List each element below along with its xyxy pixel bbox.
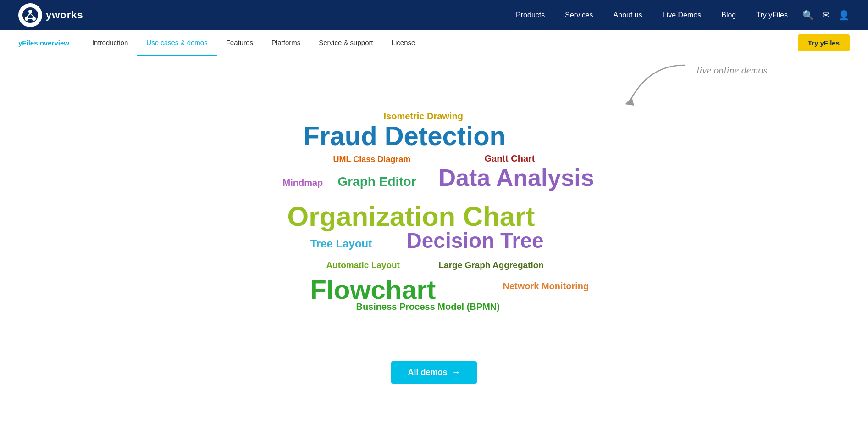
word-cloud-item[interactable]: Organization Chart (287, 201, 535, 232)
annotation-text: live online demos (697, 64, 767, 76)
nav-services[interactable]: Services (555, 0, 603, 30)
arrow-graphic (593, 61, 694, 111)
subnav-introduction[interactable]: Introduction (83, 30, 137, 56)
word-cloud-item[interactable]: Network Monitoring (503, 281, 589, 291)
logo-text: yworks (46, 9, 83, 21)
word-cloud-section: Isometric DrawingFraud DetectionUML Clas… (0, 111, 868, 352)
word-cloud-item[interactable]: Automatic Layout (326, 260, 400, 270)
word-cloud-item[interactable]: Flowchart (310, 274, 436, 305)
try-yfiles-button[interactable]: Try yFiles (798, 34, 850, 51)
nav-blog[interactable]: Blog (711, 0, 746, 30)
subnav-use-cases[interactable]: Use cases & demos (137, 30, 216, 56)
all-demos-button[interactable]: All demos → (391, 361, 476, 384)
subnav-features[interactable]: Features (217, 30, 262, 56)
yfiles-overview-link[interactable]: yFiles overview (18, 39, 69, 47)
nav-products[interactable]: Products (506, 0, 555, 30)
mail-icon[interactable]: ✉ (822, 10, 830, 21)
logo-icon (18, 3, 42, 27)
word-cloud-item[interactable]: Data Analysis (439, 164, 594, 191)
search-icon[interactable]: 🔍 (802, 10, 814, 21)
word-cloud-item[interactable]: Fraud Detection (304, 120, 506, 151)
word-cloud-item[interactable]: Tree Layout (310, 237, 372, 250)
user-icon[interactable]: 👤 (838, 10, 850, 21)
svg-point-1 (28, 10, 32, 13)
word-cloud-item[interactable]: Large Graph Aggregation (439, 260, 544, 270)
subnav-service-support[interactable]: Service & support (310, 30, 382, 56)
top-nav-links: Products Services About us Live Demos Bl… (506, 0, 798, 30)
word-cloud-item[interactable]: Gantt Chart (485, 153, 535, 164)
word-cloud-item[interactable]: Business Process Model (BPMN) (356, 302, 500, 312)
top-navigation: yworks Products Services About us Live D… (0, 0, 868, 30)
subnav-license[interactable]: License (382, 30, 425, 56)
nav-live-demos[interactable]: Live Demos (652, 0, 711, 30)
nav-about[interactable]: About us (603, 0, 652, 30)
all-demos-arrow: → (452, 368, 460, 377)
annotation-area: live online demos (0, 56, 868, 111)
top-nav-icons: 🔍 ✉ 👤 (802, 10, 850, 21)
word-cloud-item[interactable]: Decision Tree (407, 228, 544, 253)
nav-try-yfiles[interactable]: Try yFiles (746, 0, 798, 30)
subnav-platforms[interactable]: Platforms (262, 30, 310, 56)
word-cloud-item[interactable]: Graph Editor (338, 174, 416, 189)
word-cloud-item[interactable]: UML Class Diagram (333, 155, 411, 164)
word-cloud-container: Isometric DrawingFraud DetectionUML Clas… (228, 111, 641, 334)
word-cloud-item[interactable]: Mindmap (283, 178, 323, 188)
logo-area[interactable]: yworks (18, 3, 83, 27)
svg-marker-7 (625, 97, 634, 106)
bottom-area: All demos → (0, 352, 868, 402)
all-demos-label: All demos (408, 368, 447, 377)
sub-navigation: yFiles overview Introduction Use cases &… (0, 30, 868, 56)
sub-nav-links: Introduction Use cases & demos Features … (83, 30, 798, 56)
